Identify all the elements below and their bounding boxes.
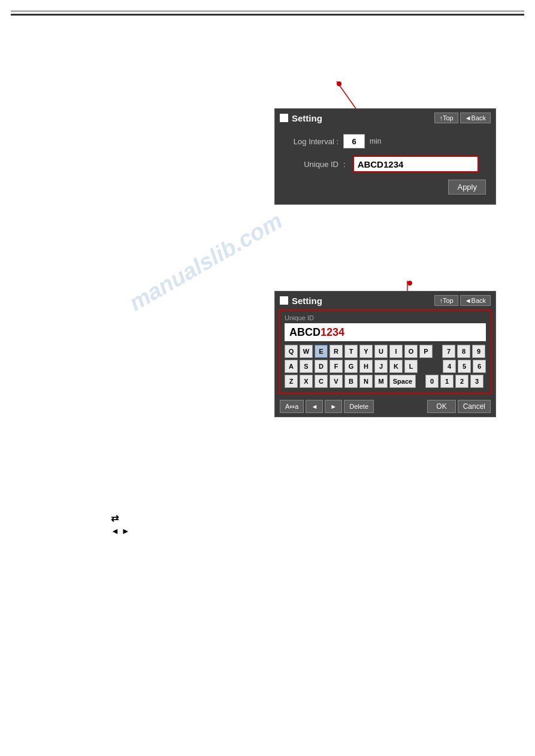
key-X[interactable]: X — [300, 375, 313, 388]
panel2-header: Setting ↑Top ◄Back — [275, 292, 495, 309]
key-S[interactable]: S — [300, 360, 313, 373]
annotation-dot-1 — [337, 81, 341, 86]
log-interval-row: Log Interval : min — [285, 134, 486, 148]
panel1-top-button[interactable]: ↑Top — [434, 113, 458, 123]
keyboard-controls: A⇔a ◄ ► Delete OK Cancel — [275, 397, 495, 417]
panel2-back-button[interactable]: ◄Back — [460, 295, 491, 306]
panel2-title: Setting — [280, 296, 322, 306]
title-square-1 — [280, 114, 288, 122]
key-Y[interactable]: Y — [359, 345, 373, 358]
unique-id-input[interactable] — [353, 156, 479, 172]
bottom-icons-section: ⇄ ◄ ► — [111, 512, 130, 538]
title-square-2 — [280, 296, 288, 305]
key-A[interactable]: A — [285, 360, 298, 373]
panel2-nav-buttons: ↑Top ◄Back — [434, 295, 491, 306]
key-F[interactable]: F — [330, 360, 343, 373]
case-icon-symbol: ⇄ — [111, 512, 119, 524]
setting-panel-1: Setting ↑Top ◄Back Log Interval : min Un… — [274, 108, 496, 205]
key-O[interactable]: O — [404, 345, 418, 358]
cancel-button[interactable]: Cancel — [458, 400, 491, 413]
key-U[interactable]: U — [374, 345, 388, 358]
key-L[interactable]: L — [404, 360, 418, 373]
svg-line-0 — [337, 81, 358, 112]
log-interval-input[interactable] — [343, 134, 365, 148]
setting-panel-2: Setting ↑Top ◄Back Unique ID ABCD1234 Q … — [274, 291, 496, 417]
case-toggle-button[interactable]: A⇔a — [280, 400, 304, 413]
panel2-title-text: Setting — [292, 296, 322, 306]
ok-button[interactable]: OK — [427, 400, 455, 413]
icon-row-1: ⇄ — [111, 512, 130, 524]
key-D[interactable]: D — [315, 360, 328, 373]
key-I[interactable]: I — [389, 345, 403, 358]
key-1[interactable]: 1 — [440, 375, 454, 388]
key-R[interactable]: R — [330, 345, 343, 358]
icon-row-2: ◄ ► — [111, 526, 130, 536]
key-W[interactable]: W — [300, 345, 313, 358]
key-4[interactable]: 4 — [443, 360, 456, 373]
key-N[interactable]: N — [359, 375, 373, 388]
top-rule — [11, 11, 524, 11]
key-V[interactable]: V — [330, 375, 343, 388]
key-6[interactable]: 6 — [473, 360, 486, 373]
key-T[interactable]: T — [344, 345, 358, 358]
keyboard-area: Unique ID ABCD1234 Q W E R T Y U I O P — [279, 309, 492, 394]
key-G[interactable]: G — [344, 360, 358, 373]
log-interval-label: Log Interval : — [285, 137, 338, 146]
key-M[interactable]: M — [374, 375, 388, 388]
panel1-body: Log Interval : min Unique ID : Apply — [275, 127, 495, 204]
key-B[interactable]: B — [344, 375, 358, 388]
cursor-left-button[interactable]: ◄ — [306, 400, 323, 413]
cursor-right-button[interactable]: ► — [325, 400, 342, 413]
panel1-header: Setting ↑Top ◄Back — [275, 109, 495, 127]
unique-id-label: Unique ID — [285, 160, 338, 169]
panel2-top-button[interactable]: ↑Top — [434, 295, 458, 306]
uid-label: Unique ID — [285, 314, 486, 321]
apply-button[interactable]: Apply — [448, 180, 486, 195]
panel1-title: Setting — [280, 113, 322, 123]
key-row-3: Z X C V B N M Space 0 1 2 3 — [285, 375, 486, 388]
panel1-title-text: Setting — [292, 113, 322, 123]
key-C[interactable]: C — [315, 375, 328, 388]
key-H[interactable]: H — [359, 360, 373, 373]
key-E[interactable]: E — [315, 345, 328, 358]
annotation-dot-2 — [407, 281, 412, 286]
unique-id-row: Unique ID : — [285, 156, 486, 172]
key-row-1: Q W E R T Y U I O P 7 8 9 — [285, 345, 486, 358]
key-K[interactable]: K — [389, 360, 403, 373]
key-2[interactable]: 2 — [455, 375, 468, 388]
unique-id-colon: : — [343, 160, 346, 169]
key-Z[interactable]: Z — [285, 375, 298, 388]
key-0[interactable]: 0 — [425, 375, 439, 388]
key-J[interactable]: J — [374, 360, 388, 373]
panel1-back-button[interactable]: ◄Back — [460, 113, 491, 123]
uid-highlight-text: 1234 — [321, 326, 344, 339]
key-space[interactable]: Space — [389, 375, 416, 388]
key-row-2: A S D F G H J K L 4 5 6 — [285, 360, 486, 373]
panel1-nav-buttons: ↑Top ◄Back — [434, 113, 491, 123]
log-interval-unit: min — [370, 137, 381, 145]
cursor-icon-symbol: ◄ ► — [111, 526, 130, 536]
watermark: manualslib.com — [125, 208, 286, 316]
key-P[interactable]: P — [419, 345, 433, 358]
key-7[interactable]: 7 — [442, 345, 455, 358]
apply-row: Apply — [285, 180, 486, 195]
uid-display: ABCD1234 — [285, 323, 486, 341]
delete-button[interactable]: Delete — [344, 400, 374, 413]
uid-normal-text: ABCD — [289, 326, 321, 339]
key-3[interactable]: 3 — [470, 375, 483, 388]
key-8[interactable]: 8 — [457, 345, 470, 358]
keyboard-rows: Q W E R T Y U I O P 7 8 9 A — [285, 345, 486, 388]
key-5[interactable]: 5 — [458, 360, 471, 373]
key-9[interactable]: 9 — [472, 345, 485, 358]
key-Q[interactable]: Q — [285, 345, 298, 358]
